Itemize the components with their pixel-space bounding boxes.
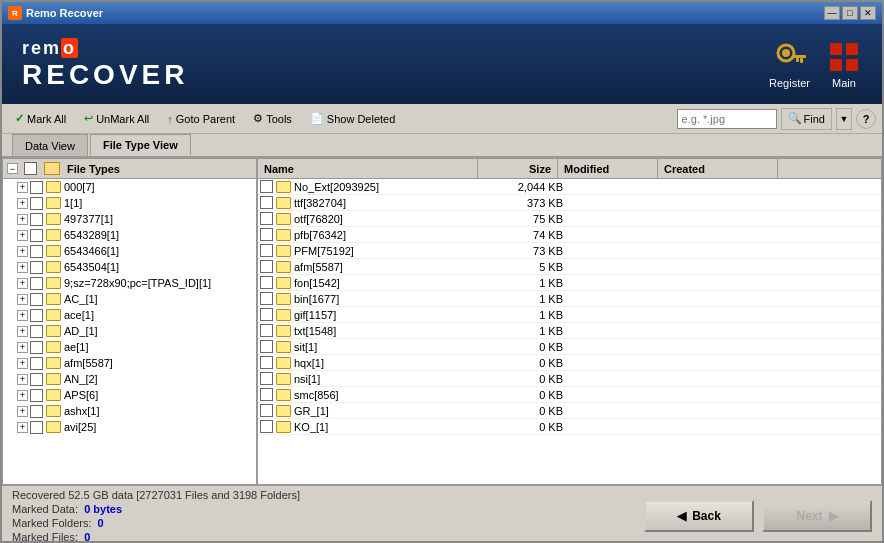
tree-item[interactable]: + ace[1] (3, 307, 256, 323)
tree-item[interactable]: + afm[5587] (3, 355, 256, 371)
file-checkbox[interactable] (260, 228, 273, 241)
main-button[interactable]: Main (826, 39, 862, 89)
tree-item[interactable]: + 000[7] (3, 179, 256, 195)
file-checkbox[interactable] (260, 196, 273, 209)
tree-item-expand[interactable]: + (17, 406, 28, 417)
tree-root-checkbox[interactable] (24, 162, 37, 175)
file-row[interactable]: GR_[1] 0 KB (258, 403, 881, 419)
file-checkbox[interactable] (260, 356, 273, 369)
tree-item[interactable]: + ae[1] (3, 339, 256, 355)
file-row[interactable]: smc[856] 0 KB (258, 387, 881, 403)
tree-item-checkbox[interactable] (30, 229, 43, 242)
tree-item[interactable]: + 6543504[1] (3, 259, 256, 275)
file-checkbox[interactable] (260, 324, 273, 337)
maximize-button[interactable]: □ (842, 6, 858, 20)
col-header-size[interactable]: Size (478, 159, 558, 178)
tree-item-expand[interactable]: + (17, 262, 28, 273)
file-checkbox[interactable] (260, 244, 273, 257)
col-header-created[interactable]: Created (658, 159, 778, 178)
file-row[interactable]: otf[76820] 75 KB (258, 211, 881, 227)
tree-item[interactable]: + AC_[1] (3, 291, 256, 307)
tree-item-expand[interactable]: + (17, 310, 28, 321)
tree-item[interactable]: + AN_[2] (3, 371, 256, 387)
tab-data-view[interactable]: Data View (12, 134, 88, 156)
tree-item-checkbox[interactable] (30, 357, 43, 370)
file-checkbox[interactable] (260, 420, 273, 433)
file-row[interactable]: nsi[1] 0 KB (258, 371, 881, 387)
tree-item-expand[interactable]: + (17, 198, 28, 209)
tree-item[interactable]: + AD_[1] (3, 323, 256, 339)
file-checkbox[interactable] (260, 276, 273, 289)
tree-item-checkbox[interactable] (30, 373, 43, 386)
find-button[interactable]: 🔍 Find (781, 108, 832, 130)
tree-item[interactable]: + avi[25] (3, 419, 256, 435)
tree-item-checkbox[interactable] (30, 405, 43, 418)
file-row[interactable]: ttf[382704] 373 KB (258, 195, 881, 211)
next-button[interactable]: Next ▶ (762, 500, 872, 532)
tree-item-checkbox[interactable] (30, 261, 43, 274)
tab-file-type-view[interactable]: File Type View (90, 134, 191, 156)
file-checkbox[interactable] (260, 404, 273, 417)
tree-item-expand[interactable]: + (17, 294, 28, 305)
file-checkbox[interactable] (260, 212, 273, 225)
tree-item[interactable]: + 6543466[1] (3, 243, 256, 259)
tree-item-checkbox[interactable] (30, 421, 43, 434)
mark-all-button[interactable]: ✓ Mark All (8, 107, 73, 131)
register-button[interactable]: Register (769, 39, 810, 89)
tree-item[interactable]: + 9;sz=728x90;pc=[TPAS_ID][1] (3, 275, 256, 291)
tree-item-checkbox[interactable] (30, 181, 43, 194)
tree-item-expand[interactable]: + (17, 326, 28, 337)
file-list-body[interactable]: No_Ext[2093925] 2,044 KB ttf[382704] 373… (258, 179, 881, 484)
col-header-name[interactable]: Name (258, 159, 478, 178)
col-header-modified[interactable]: Modified (558, 159, 658, 178)
file-row[interactable]: hqx[1] 0 KB (258, 355, 881, 371)
tree-item-checkbox[interactable] (30, 245, 43, 258)
tree-body[interactable]: + 000[7] + 1[1] + 497377[1] + 6543289[1]… (3, 179, 256, 484)
file-row[interactable]: afm[5587] 5 KB (258, 259, 881, 275)
tree-item[interactable]: + 1[1] (3, 195, 256, 211)
tree-item[interactable]: + 6543289[1] (3, 227, 256, 243)
minimize-button[interactable]: — (824, 6, 840, 20)
tree-item[interactable]: + APS[6] (3, 387, 256, 403)
tree-item-expand[interactable]: + (17, 358, 28, 369)
tree-item-expand[interactable]: + (17, 390, 28, 401)
file-checkbox[interactable] (260, 340, 273, 353)
file-row[interactable]: PFM[75192] 73 KB (258, 243, 881, 259)
file-checkbox[interactable] (260, 308, 273, 321)
tree-item-checkbox[interactable] (30, 293, 43, 306)
tree-item-expand[interactable]: + (17, 230, 28, 241)
dropdown-arrow[interactable]: ▼ (836, 108, 852, 130)
file-row[interactable]: pfb[76342] 74 KB (258, 227, 881, 243)
unmark-all-button[interactable]: ↩ UnMark All (77, 107, 156, 131)
close-button[interactable]: ✕ (860, 6, 876, 20)
file-checkbox[interactable] (260, 260, 273, 273)
file-row[interactable]: txt[1548] 1 KB (258, 323, 881, 339)
search-input[interactable] (677, 109, 777, 129)
file-checkbox[interactable] (260, 372, 273, 385)
file-checkbox[interactable] (260, 292, 273, 305)
tree-item[interactable]: + 497377[1] (3, 211, 256, 227)
tree-item[interactable]: + ashx[1] (3, 403, 256, 419)
file-checkbox[interactable] (260, 388, 273, 401)
goto-parent-button[interactable]: ↑ Goto Parent (160, 107, 242, 131)
file-checkbox[interactable] (260, 180, 273, 193)
tree-item-checkbox[interactable] (30, 341, 43, 354)
tree-item-checkbox[interactable] (30, 197, 43, 210)
back-button[interactable]: ◀ Back (644, 500, 754, 532)
tree-item-checkbox[interactable] (30, 309, 43, 322)
tools-button[interactable]: ⚙ Tools (246, 107, 299, 131)
title-bar-controls[interactable]: — □ ✕ (824, 6, 876, 20)
tree-item-expand[interactable]: + (17, 422, 28, 433)
tree-item-expand[interactable]: + (17, 342, 28, 353)
tree-item-checkbox[interactable] (30, 213, 43, 226)
tree-item-checkbox[interactable] (30, 325, 43, 338)
file-row[interactable]: fon[1542] 1 KB (258, 275, 881, 291)
show-deleted-button[interactable]: 📄 Show Deleted (303, 107, 403, 131)
tree-item-expand[interactable]: + (17, 374, 28, 385)
file-row[interactable]: No_Ext[2093925] 2,044 KB (258, 179, 881, 195)
file-row[interactable]: gif[1157] 1 KB (258, 307, 881, 323)
tree-item-expand[interactable]: + (17, 182, 28, 193)
file-row[interactable]: KO_[1] 0 KB (258, 419, 881, 435)
tree-item-expand[interactable]: + (17, 246, 28, 257)
tree-root-expand[interactable]: − (7, 163, 18, 174)
